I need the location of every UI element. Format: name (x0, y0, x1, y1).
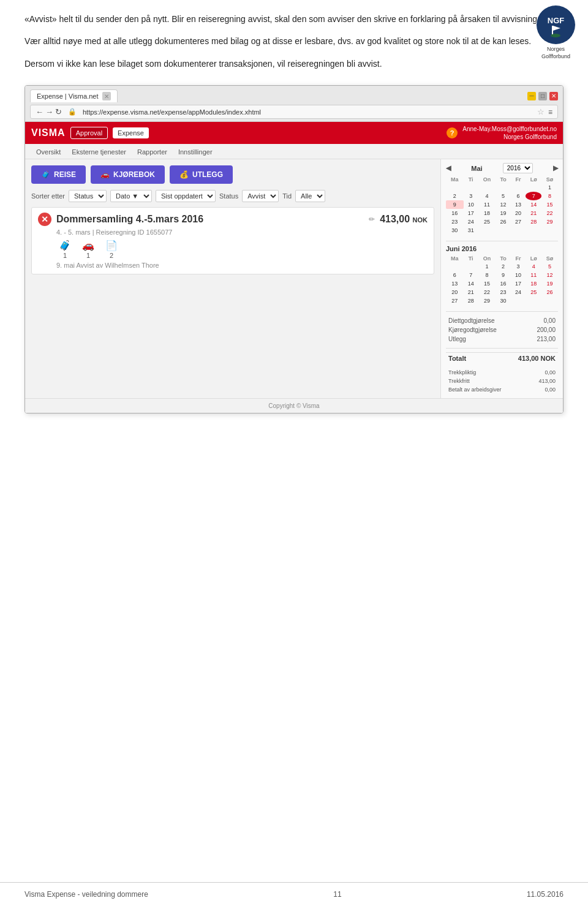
nav-innstillinger[interactable]: Innstillinger (173, 146, 217, 159)
cal-cell[interactable]: 3 (511, 262, 526, 271)
back-btn[interactable]: ← (36, 107, 43, 116)
cal-cell[interactable]: 8 (541, 192, 558, 200)
help-button[interactable]: ? (447, 127, 458, 138)
cal-cell[interactable]: 10 (464, 200, 478, 209)
cal-cell[interactable]: 25 (478, 217, 496, 226)
status-sort-select[interactable]: Status (69, 190, 107, 202)
utlegg-button[interactable]: 💰 UTLEGG (170, 165, 233, 184)
cal-cell[interactable]: 17 (511, 279, 526, 288)
cal-cell[interactable]: 19 (496, 209, 511, 217)
cal-cell[interactable]: 28 (526, 217, 541, 226)
trekkpliktig-value: 0,00 (529, 369, 557, 376)
cal-cell[interactable]: 25 (526, 288, 541, 296)
cal-cell[interactable] (511, 183, 526, 192)
cal-cell-highlighted[interactable]: 9 (446, 200, 464, 209)
cal-cell[interactable]: 23 (496, 288, 511, 296)
cal-cell[interactable]: 2 (446, 192, 464, 200)
cal-cell[interactable]: 2 (496, 262, 511, 271)
cal-cell[interactable]: 1 (541, 183, 558, 192)
cal-cell[interactable]: 21 (464, 288, 478, 296)
cal-cell[interactable]: 15 (478, 279, 496, 288)
cal-cell[interactable] (446, 183, 464, 192)
cal-cell[interactable]: 19 (541, 279, 558, 288)
expense-button[interactable]: Expense (113, 127, 149, 138)
nav-externe[interactable]: Eksterne tjenester (67, 146, 131, 159)
approval-button[interactable]: Approval (70, 127, 108, 139)
calendar-next-btn[interactable]: ▶ (553, 164, 558, 172)
close-window-btn[interactable]: ✕ (549, 92, 558, 100)
url-bar[interactable]: https://expense.visma.net/expense/appMod… (83, 108, 533, 116)
cal-cell[interactable]: 22 (478, 288, 496, 296)
reise-button[interactable]: 🧳 REISE (31, 165, 86, 184)
nav-rapporter[interactable]: Rapporter (132, 146, 172, 159)
cal-cell[interactable]: 15 (541, 200, 558, 209)
cal-cell[interactable]: 12 (496, 200, 511, 209)
status-value-select[interactable]: Avvist (242, 190, 279, 202)
cal-cell[interactable]: 12 (541, 271, 558, 279)
cal-cell[interactable] (526, 183, 541, 192)
cal-cell[interactable] (464, 183, 478, 192)
cal-cell[interactable]: 27 (446, 296, 464, 305)
cal-cell[interactable]: 18 (478, 209, 496, 217)
cal-cell[interactable]: 11 (478, 200, 496, 209)
cal-cell[interactable]: 20 (511, 209, 526, 217)
tid-select[interactable]: Alle (295, 190, 325, 202)
cal-cell[interactable]: 18 (526, 279, 541, 288)
cal-cell[interactable]: 16 (446, 209, 464, 217)
calendar-prev-btn[interactable]: ◀ (446, 164, 451, 172)
cal-cell[interactable]: 13 (511, 200, 526, 209)
dato-sort-select[interactable]: Dato ▼ (110, 190, 152, 202)
cal-cell[interactable]: 27 (511, 217, 526, 226)
cal-cell[interactable]: 13 (446, 279, 464, 288)
cal-cell[interactable]: 23 (446, 217, 464, 226)
cal-cell[interactable]: 30 (496, 296, 511, 305)
cal-cell[interactable]: 29 (478, 296, 496, 305)
cal-cell[interactable]: 24 (464, 217, 478, 226)
cal-cell[interactable]: 31 (464, 226, 478, 235)
cal-cell[interactable]: 11 (526, 271, 541, 279)
cal-cell[interactable]: 30 (446, 226, 464, 235)
cal-cell[interactable]: 5 (541, 262, 558, 271)
refresh-btn[interactable]: ↻ (55, 107, 62, 116)
cal-cell-today[interactable]: 7 (526, 192, 541, 200)
cal-cell[interactable] (478, 183, 496, 192)
browser-tab[interactable]: Expense | Visma.net ✕ (30, 89, 118, 102)
cal-cell[interactable]: 5 (496, 192, 511, 200)
cal-cell[interactable]: 7 (464, 271, 478, 279)
tab-close-btn[interactable]: ✕ (102, 92, 111, 100)
cal-cell[interactable]: 6 (446, 271, 464, 279)
cal-cell[interactable]: 10 (511, 271, 526, 279)
cal-cell[interactable]: 4 (526, 262, 541, 271)
forward-btn[interactable]: → (45, 107, 53, 116)
cal-cell[interactable]: 16 (496, 279, 511, 288)
restore-btn[interactable]: □ (538, 92, 547, 100)
cal-cell[interactable]: 29 (541, 217, 558, 226)
cal-cell[interactable]: 17 (464, 209, 478, 217)
browser-menu-icon[interactable]: ≡ (548, 108, 552, 116)
cal-cell[interactable]: 14 (464, 279, 478, 288)
edit-icon[interactable]: ✏ (369, 215, 375, 224)
minimize-btn[interactable]: ─ (527, 92, 536, 100)
cal-cell[interactable]: 4 (478, 192, 496, 200)
cal-cell[interactable]: 24 (511, 288, 526, 296)
calendar-year-select[interactable]: 2016 (503, 163, 533, 173)
cal-cell[interactable] (496, 183, 511, 192)
bookmark-star-icon[interactable]: ☆ (537, 107, 545, 116)
reject-button[interactable]: ✕ (38, 213, 51, 226)
cal-cell[interactable]: 1 (478, 262, 496, 271)
cal-cell[interactable]: 9 (496, 271, 511, 279)
cal-cell[interactable]: 28 (464, 296, 478, 305)
cal-cell[interactable]: 6 (511, 192, 526, 200)
sist-oppdatert-select[interactable]: Sist oppdatert (156, 190, 216, 202)
kjoerebok-button[interactable]: 🚗 KJØREBOK (91, 165, 165, 184)
cal-cell[interactable]: 3 (464, 192, 478, 200)
cal-cell[interactable]: 26 (496, 217, 511, 226)
cal-cell[interactable]: 14 (526, 200, 541, 209)
cal-cell[interactable]: 8 (478, 271, 496, 279)
cal-cell[interactable]: 20 (446, 288, 464, 296)
nav-oversikt[interactable]: Oversikt (31, 146, 66, 159)
cal-cell[interactable]: 21 (526, 209, 541, 217)
receipt-icon: 📄 (103, 238, 120, 252)
cal-cell[interactable]: 22 (541, 209, 558, 217)
cal-cell[interactable]: 26 (541, 288, 558, 296)
